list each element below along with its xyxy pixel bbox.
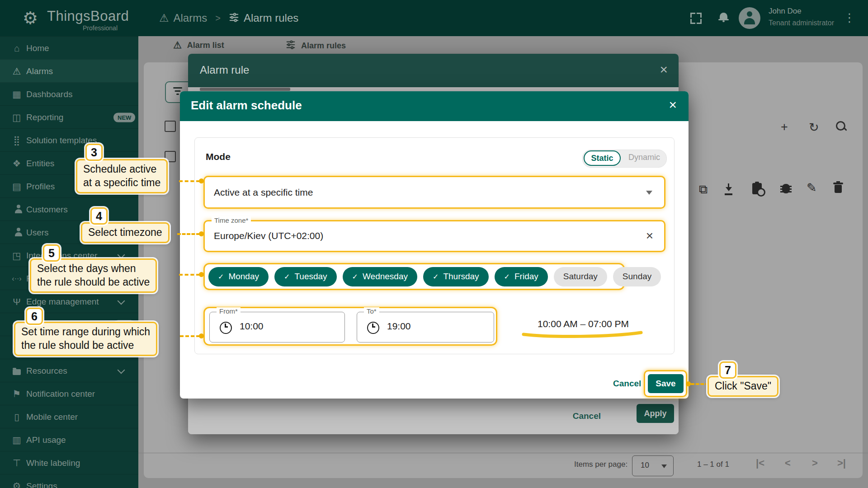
day-chip-monday[interactable]: ✓Monday [208, 267, 269, 286]
items-per-page-label: Items per page: [574, 460, 627, 469]
delete-trash-icon[interactable] [835, 185, 842, 193]
annotation-dot-5 [199, 272, 204, 277]
annotation-connector-4 [177, 233, 200, 235]
refresh-icon[interactable]: ↻ [809, 120, 819, 135]
schedule-type-select[interactable]: Active at a specific time [203, 176, 665, 209]
sidebar-item-white-labeling[interactable]: ⊤ White labeling [0, 451, 138, 474]
sidebar-item-mobile-center[interactable]: ▯ Mobile center [0, 405, 138, 428]
breadcrumb-alarms[interactable]: Alarms [174, 12, 208, 24]
annotation-dot-6 [199, 333, 204, 338]
annotation-dot-3 [199, 178, 204, 183]
sidebar-item-solution-templates[interactable]: ⣿ Solution templates [0, 128, 138, 152]
close-icon[interactable]: × [660, 62, 668, 77]
annotation-box-3: Schedule activeat a specific time [76, 159, 168, 193]
breadcrumb-alarm-rules: Alarm rules [244, 12, 298, 24]
gear-icon: ⚙ [11, 481, 23, 488]
kebab-menu-icon[interactable]: ⋮ [844, 11, 855, 25]
clock-icon [220, 322, 232, 334]
annotation-badge-6: 6 [26, 308, 43, 325]
notifications-bell-icon[interactable] [720, 13, 727, 19]
sidebar-item-reporting[interactable]: ◫ Reporting NEW [0, 105, 138, 129]
copy-icon[interactable]: ⧉ [699, 183, 708, 197]
edge-icon: Ψ [11, 296, 23, 307]
check-icon: ✓ [433, 272, 439, 281]
tab-alarm-rules[interactable]: Alarm rules [286, 40, 346, 52]
fullscreen-icon[interactable] [690, 13, 702, 24]
user-icon [744, 11, 755, 26]
days-of-week-group: ✓Monday ✓Tuesday ✓Wednesday ✓Thursday ✓F… [203, 263, 625, 290]
annotation-badge-3: 3 [85, 144, 103, 161]
tune-icon [229, 12, 239, 24]
sidebar-item-settings[interactable]: ⚙ Settings [0, 474, 138, 488]
annotation-badge-5: 5 [43, 244, 60, 262]
sidebar-item-dashboards[interactable]: ▦ Dashboards [0, 82, 138, 106]
mode-dynamic-option[interactable]: Dynamic [624, 153, 664, 162]
last-page-button[interactable]: >| [837, 457, 846, 469]
sidebar-item-alarms[interactable]: ⚠ Alarms [0, 59, 138, 83]
close-icon[interactable]: × [669, 97, 677, 113]
schedule-clipboard-icon[interactable] [752, 183, 762, 194]
phone-icon: ▯ [11, 412, 23, 422]
schedule-dialog-header: Edit alarm schedule × [180, 91, 689, 121]
day-chip-friday[interactable]: ✓Friday [495, 267, 548, 286]
annotation-connector-6 [180, 335, 200, 337]
add-icon[interactable]: + [781, 120, 788, 134]
annotation-dot-4 [199, 231, 204, 236]
warning-icon: ⚠ [159, 12, 169, 24]
mode-static-option[interactable]: Static [584, 150, 621, 166]
next-page-button[interactable]: > [812, 457, 818, 469]
breadcrumb: ⚠ Alarms > Alarm rules [159, 0, 298, 36]
day-chip-thursday[interactable]: ✓Thursday [423, 267, 489, 286]
apply-button[interactable]: Apply [637, 404, 674, 423]
integrations-icon: ◳ [11, 250, 23, 261]
mode-label: Mode [206, 151, 231, 162]
cancel-button[interactable]: Cancel [613, 379, 641, 389]
chevron-down-icon [118, 251, 125, 258]
to-time-field[interactable]: To* 19:00 [357, 312, 494, 343]
chevron-down-icon [118, 366, 125, 374]
time-range-group: From* 10:00 To* 19:00 [203, 307, 497, 346]
thingsboard-logo-icon: ⚙ [23, 8, 38, 28]
annotation-box-7: Click "Save" [708, 376, 778, 397]
schedule-type-value: Active at a specific time [214, 187, 313, 198]
from-time-field[interactable]: From* 10:00 [209, 312, 345, 343]
cancel-button[interactable]: Cancel [573, 411, 601, 421]
day-chip-saturday[interactable]: Saturday [554, 267, 607, 286]
check-icon: ✓ [504, 272, 510, 281]
sidebar-item-customers[interactable]: Customers [0, 197, 138, 221]
page-size-select[interactable]: 10 [632, 455, 674, 476]
sidebar-item-home[interactable]: ⌂ Home [0, 36, 138, 60]
chevron-down-icon [646, 191, 652, 198]
day-chip-tuesday[interactable]: ✓Tuesday [274, 267, 337, 286]
timezone-field[interactable]: Time zone* Europe/Kiev (UTC+02:00) × [203, 220, 665, 252]
day-chip-wednesday[interactable]: ✓Wednesday [343, 267, 417, 286]
sidebar-item-api-usage[interactable]: ▥ API usage [0, 428, 138, 451]
sidebar-item-edge-management[interactable]: Ψ Edge management [0, 290, 138, 313]
clear-icon[interactable]: × [646, 229, 653, 243]
edit-pencil-icon[interactable]: ✎ [807, 181, 817, 195]
save-button[interactable]: Save [648, 374, 684, 393]
timezone-label: Time zone* [212, 216, 251, 224]
search-icon[interactable] [836, 121, 845, 131]
day-chip-sunday[interactable]: Sunday [613, 267, 661, 286]
debug-bug-icon[interactable] [782, 184, 790, 193]
sidebar-item-resources[interactable]: Resources [0, 359, 138, 382]
sidebar-item-notification-center[interactable]: ⚑ Notification center [0, 382, 138, 405]
rule-chains-icon: ‹··› [11, 275, 23, 283]
annotation-connector-7 [691, 383, 709, 385]
avatar[interactable] [739, 7, 760, 29]
dialog-title: Edit alarm schedule [191, 99, 302, 113]
folder-icon [11, 366, 23, 376]
from-value: 10:00 [240, 321, 264, 332]
select-all-checkbox[interactable] [165, 121, 176, 132]
tab-alarm-list[interactable]: ⚠ Alarm list [173, 40, 224, 51]
chevron-down-icon [661, 465, 667, 471]
from-label: From* [217, 307, 241, 315]
download-icon[interactable] [728, 183, 729, 189]
brush-icon: ⊤ [11, 458, 23, 469]
tune-icon [286, 40, 296, 52]
tab-label: Alarm list [187, 41, 224, 50]
first-page-button[interactable]: |< [756, 457, 764, 469]
pagination-range: 1 – 1 of 1 [697, 460, 729, 469]
prev-page-button[interactable]: < [785, 457, 791, 469]
